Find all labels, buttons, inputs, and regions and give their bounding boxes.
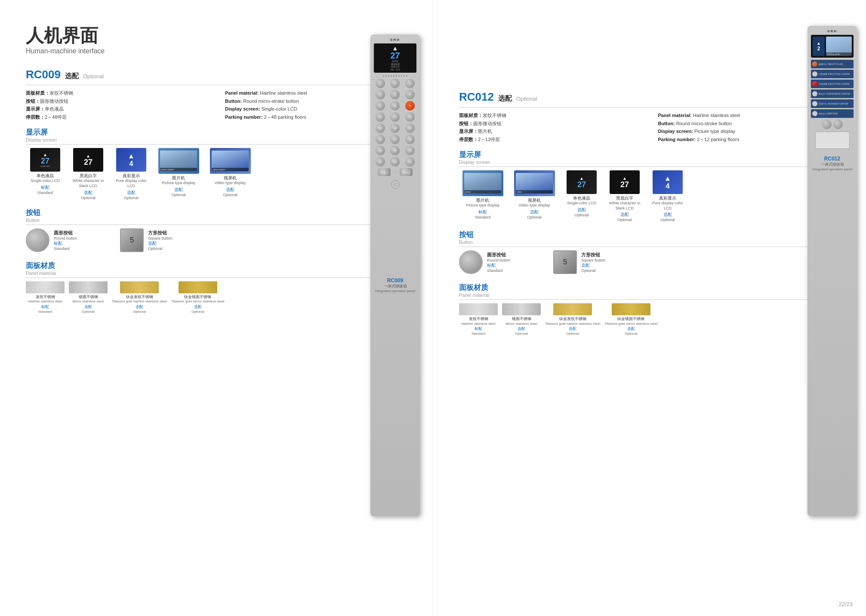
rc012-square-btn-status-en: Optional — [581, 268, 606, 273]
spec-cn-2: 按钮：圆形微动按钮 — [26, 98, 212, 105]
rc012-square-btn-label-en: Square button — [581, 258, 606, 262]
floor-btn-7[interactable]: 7 — [376, 101, 385, 111]
colorlcd-label-en: Pure display color LCD — [112, 179, 151, 188]
right-page: RC012 选配 Optional 面板材质：发纹不锈钢 按钮：圆形微动按钮 显… — [433, 0, 866, 616]
rc012-lcd-label-cn: 单色液晶 — [573, 195, 590, 201]
floor-btn-18[interactable]: 18 — [405, 135, 415, 144]
close-door-btn[interactable]: ▷◁ — [400, 168, 413, 176]
display-item-colorlcd: ▲ 4 真彩显示 Pure display color LCD 选配 Optio… — [112, 148, 151, 200]
rc012-display-item-video: video 视屏机 Video type display 选配 Optional — [511, 170, 558, 219]
rc012-square-button-item: 5 方形按钮 Square button 选配 Optional — [553, 250, 606, 274]
floor-btn-13[interactable]: 13 — [376, 123, 385, 133]
floor-btn-14[interactable]: 14 — [390, 123, 400, 133]
floor-btn-5[interactable]: 5 — [390, 90, 400, 99]
rc012-square-button-icon: 5 — [553, 250, 577, 274]
floor-btn-11[interactable]: 11 — [390, 112, 400, 122]
rc012-ti-gold-hairline-label-en: Titanium gold hairline stainless steel — [545, 322, 600, 326]
ti-gold-hairline-label-cn: 钛金发纹不锈钢 — [126, 295, 153, 300]
display-item-picture: photo caption 图片机 Picture type display 选… — [155, 148, 202, 197]
rc012-hairline-status-cn: 标配 — [475, 326, 482, 332]
hairline-label-cn: 发纹不锈钢 — [36, 295, 55, 300]
rc012-round-button-item: 圆形按钮 Round button 标配 Standard — [459, 250, 510, 274]
material-mirror: 镜面不锈钢 Mirror stainless steel 选配 Optional — [69, 281, 108, 314]
rc012-blacklcd-status-en: Optional — [617, 218, 632, 222]
left-page: 人机界面 Human-machine interface RC009 选配 Op… — [0, 0, 433, 616]
floor-btn-15[interactable]: 15 — [405, 123, 415, 133]
page-number: 22/23 — [838, 601, 853, 607]
floor-btn-12[interactable]: 12 — [405, 112, 415, 122]
rc012-model-title: RC012 选配 Optional — [459, 90, 844, 104]
hairline-status-en: Standard — [38, 310, 52, 314]
mirror-status-en: Optional — [82, 310, 95, 314]
rc009-divider — [26, 85, 411, 85]
floor-btn-10[interactable]: 10 — [376, 112, 385, 122]
material-title-cn: 面板材质 — [26, 261, 411, 271]
rc012-btn-misc-1[interactable] — [822, 120, 832, 129]
rc012-video-label-cn: 视屏机 — [528, 197, 541, 203]
floor-btn-21[interactable]: 21 — [405, 146, 415, 155]
open-door-btn[interactable]: ◁▷ — [378, 168, 391, 176]
floor-btn-2[interactable]: 2 — [390, 79, 400, 88]
rc012-square-button-labels: 方形按钮 Square button 选配 Optional — [581, 252, 606, 273]
display-section-title: 显示屏 Display screen — [26, 127, 411, 142]
button-items-list: 圆形按钮 Round button 标配 Standard 5 方形按钮 Squ… — [26, 228, 411, 252]
rc012-square-btn-status-cn: 选配 — [581, 262, 606, 268]
round-button-icon — [26, 228, 49, 252]
hairline-label-en: Hairline stainless steel — [28, 299, 62, 304]
rc012-panel-type-cn: 一体式操纵箱 — [811, 162, 854, 167]
floor-btn-8[interactable]: 8 — [390, 101, 400, 111]
material-section-title: 面板材质 Panel material — [26, 261, 411, 276]
floor-btn-6[interactable]: 6 — [405, 90, 415, 99]
blacklcd-status-en: Optional — [81, 196, 96, 200]
floor-btn-20[interactable]: 20 — [390, 146, 400, 155]
floor-btn-16[interactable]: 16 — [376, 135, 385, 144]
floor-btn-3[interactable]: 3 — [405, 79, 415, 88]
rc012-btn-misc-2[interactable] — [833, 120, 843, 129]
rc012-display-items-list: photo 图片机 Picture type display 标配 Standa… — [459, 170, 844, 222]
panel-key-dot — [394, 183, 397, 186]
floor-btn-22[interactable]: 22 — [376, 157, 385, 166]
rc012-hairline-swatch — [459, 303, 498, 315]
rc012-specs: 面板材质：发纹不锈钢 按钮：圆形微动按钮 显示屏：图片机 停层数：2～12停层 … — [459, 112, 844, 143]
rc012-panel-logo: SRH — [811, 29, 854, 33]
rc012-mirror-status-cn: 选配 — [518, 326, 525, 332]
lcd-status-cn: 标配 — [41, 185, 49, 191]
display-item-blacklcd: ▲ 27 黑底白字 White character in black LCD 选… — [69, 148, 108, 200]
rc012-material-items-list: 发纹不锈钢 Hairline stainless steel 标配 Standa… — [459, 303, 844, 336]
rc012-ti-gold-mirror-swatch — [612, 303, 650, 315]
rc012-material-hairline: 发纹不锈钢 Hairline stainless steel 标配 Standa… — [459, 303, 498, 336]
floor-btn-19[interactable]: 19 — [376, 146, 385, 155]
colorlcd-status-en: Optional — [124, 196, 139, 200]
rc012-display-item-blacklcd: ▲ 27 黑底白字 White character in black LCD 选… — [605, 170, 644, 222]
rc012-picture-label-cn: 图片机 — [476, 197, 489, 203]
floor-btn-4[interactable]: 4 — [376, 90, 385, 99]
rc012-hairline-label-en: Hairline stainless steel — [461, 322, 496, 326]
ti-gold-mirror-label-cn: 钛金镜面不锈钢 — [184, 295, 211, 300]
button-title-cn: 按钮 — [26, 208, 411, 218]
rc012-spec-cn-3: 显示屏：图片机 — [459, 128, 645, 135]
rc009-model-title: RC009 选配 Optional — [26, 68, 411, 81]
floor-btn-1[interactable]: 1 — [376, 79, 385, 88]
lcd-label-en: Single-color LCD — [31, 179, 60, 184]
material-hairline: 发纹不锈钢 Hairline stainless steel 标配 Standa… — [26, 281, 65, 314]
floor-btn-17[interactable]: 17 — [390, 135, 400, 144]
rc012-lcd-status-cn: 选配 — [577, 207, 586, 213]
button-section-title: 按钮 Button — [26, 208, 411, 223]
floor-btn-23[interactable]: 23 — [390, 157, 400, 166]
picture-thumb: photo caption — [158, 148, 199, 174]
lcd-label-cn: 单色液晶 — [37, 173, 54, 179]
floor-btn-24[interactable]: 24 — [405, 157, 415, 166]
rc012-specs-cn-col: 面板材质：发纹不锈钢 按钮：圆形微动按钮 显示屏：图片机 停层数：2～12停层 — [459, 112, 645, 143]
rc012-colorlcd-label-en: Pure display color LCD — [648, 201, 687, 211]
panel-type-cn: 一体式操纵箱 — [374, 283, 416, 289]
square-btn-status-en: Optional — [148, 246, 173, 251]
ti-gold-mirror-label-en: Titanium gold mirror stainless steel — [171, 299, 224, 304]
rc012-round-btn-status-cn: 标配 — [487, 262, 510, 268]
material-divider — [26, 277, 411, 278]
rc012-material-title-en: Panel material — [459, 293, 844, 298]
rc012-material-divider — [459, 299, 844, 300]
colorlcd-status-cn: 选配 — [127, 190, 136, 196]
lcd-status-en: Standard — [37, 191, 53, 195]
rc012-button-section-title: 按钮 Button — [459, 230, 844, 245]
floor-btn-9[interactable]: 9 — [405, 101, 415, 111]
